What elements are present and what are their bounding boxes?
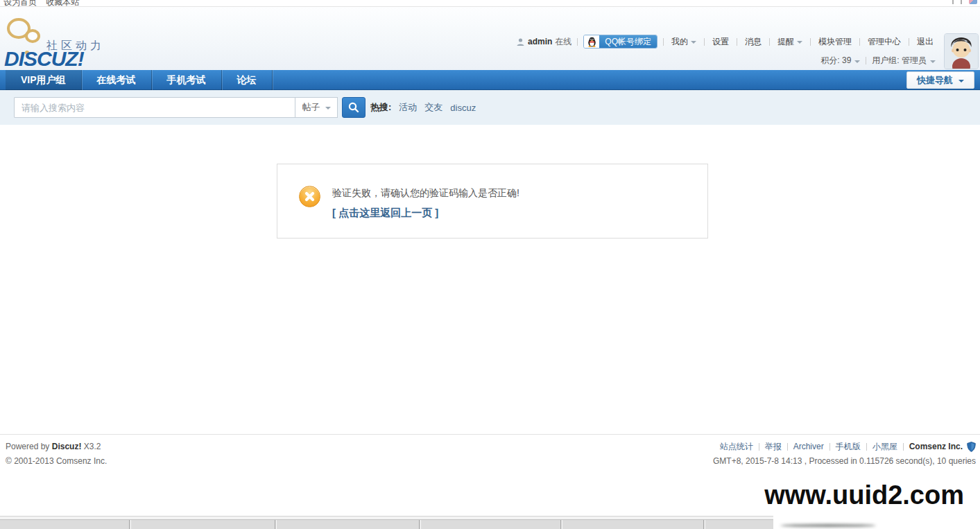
strip-smudge [780,524,876,527]
strip-divider [129,520,130,529]
copyright: © 2001-2013 Comsenz Inc. [6,454,107,469]
separator [663,38,664,46]
nav-separator [272,70,273,90]
chevron-down-icon [325,107,331,110]
search-section: 帖子 热搜: 活动 交友 discuz [0,90,980,125]
separator [810,38,811,46]
search-icon [348,102,359,113]
go-back-link[interactable]: [ 点击这里返回上一页 ] [332,207,438,220]
menu-notices[interactable]: 提醒 [775,36,805,48]
user-icon [516,37,525,46]
strip-divider [703,520,704,529]
separator [909,38,909,46]
footer-link-mobile[interactable]: 手机版 [836,440,861,454]
separator [866,57,866,64]
hot-link-friends[interactable]: 交友 [424,101,442,114]
separator [759,443,759,451]
footer-link-archiver[interactable]: Archiver [793,440,824,454]
online-status: 在线 [555,36,571,48]
menu-module-admin[interactable]: 模块管理 [816,36,854,48]
footer-link-blacklist[interactable]: 小黑屋 [872,440,897,454]
search-type-select[interactable]: 帖子 [295,97,338,118]
separator [787,443,788,451]
nav-item-online-exam[interactable]: 在线考试 [82,70,151,90]
nav-item-forum[interactable]: 论坛 [222,70,272,90]
user-stats-row: 积分: 39 用户组: 管理员 [820,55,936,67]
separator [903,443,904,451]
logo-title: DISCUZ! [4,47,84,71]
security-shield-icon[interactable] [967,442,976,452]
user-menu-row: admin 在线 QQ帐号绑定 我的 设置 消息 提醒 模块管理 管理中心 退出 [516,35,936,49]
avatar[interactable] [944,33,979,69]
hot-link-activity[interactable]: 活动 [399,101,417,114]
footer-time-info: GMT+8, 2015-7-8 14:13 , Processed in 0.1… [713,454,976,469]
logo-bubble-small-icon [25,29,40,43]
hot-link-discuz[interactable]: discuz [450,103,476,113]
watermark-text: www.uuid2.com [756,478,972,514]
search-input[interactable] [14,97,295,118]
separator [866,443,867,451]
chevron-down-icon [797,41,802,44]
separator [829,443,830,451]
footer-link-site-stats[interactable]: 站点统计 [720,440,753,454]
qq-bind-label: QQ帐号绑定 [599,35,657,48]
comsenz-link[interactable]: Comsenz Inc. [909,440,963,454]
strip-white-patch [773,516,980,529]
quick-nav-button[interactable]: 快捷导航 [906,71,974,89]
main-content: 验证失败，请确认您的验证码输入是否正确! [ 点击这里返回上一页 ] [0,125,980,434]
qq-bind-button[interactable]: QQ帐号绑定 [583,35,657,49]
search-button[interactable] [342,97,366,118]
chevron-down-icon [691,41,696,44]
username-link[interactable]: admin [528,37,552,46]
separator [769,38,770,46]
separator [577,38,578,46]
chevron-down-icon [854,60,860,63]
menu-settings[interactable]: 设置 [710,36,731,48]
strip-divider [560,520,561,529]
error-message: 验证失败，请确认您的验证码输入是否正确! [332,187,519,200]
usergroup-dropdown[interactable]: 用户组: 管理员 [872,55,936,67]
error-panel: 验证失败，请确认您的验证码输入是否正确! [ 点击这里返回上一页 ] [277,164,708,239]
site-header: 社区动力 DISCUZ! admin 在线 QQ帐号绑定 我的 设置 消息 提醒… [0,7,980,70]
footer-link-report[interactable]: 举报 [765,440,782,454]
credits-dropdown[interactable]: 积分: 39 [820,55,860,67]
bookmark-link[interactable]: 收藏本站 [46,0,79,7]
nav-item-vip-usergroup[interactable]: VIP用户组 [6,70,81,90]
avatar-image [945,34,978,69]
app-icon[interactable] [969,0,977,4]
taskbar-strip [0,516,980,529]
footer: Powered by Discuz! X3.2 © 2001-2013 Coms… [0,434,980,485]
set-home-link[interactable]: 设为首页 [3,0,37,7]
separator [737,38,737,46]
nav-item-mobile-exam[interactable]: 手机考试 [152,70,221,90]
chevron-down-icon [958,80,964,83]
error-cross-icon [299,186,320,207]
hot-search-label: 热搜: [370,101,391,114]
discuz-brand: Discuz! [52,442,82,451]
window-restore-icon[interactable] [952,0,962,4]
qq-penguin-icon [587,37,596,47]
strip-divider [275,520,275,529]
powered-by: Powered by Discuz! X3.2 [6,440,107,454]
separator [859,38,860,46]
topbar: 设为首页 收藏本站 [0,0,980,7]
separator [704,38,705,46]
strip-divider [419,520,420,529]
menu-logout[interactable]: 退出 [915,36,936,48]
discuz-logo[interactable]: 社区动力 DISCUZ! [3,14,107,71]
menu-messages[interactable]: 消息 [743,36,764,48]
menu-admin-center[interactable]: 管理中心 [866,36,903,48]
main-nav: VIP用户组 在线考试 手机考试 论坛 快捷导航 [0,70,980,90]
chevron-down-icon [930,60,936,63]
menu-my[interactable]: 我的 [669,36,698,48]
